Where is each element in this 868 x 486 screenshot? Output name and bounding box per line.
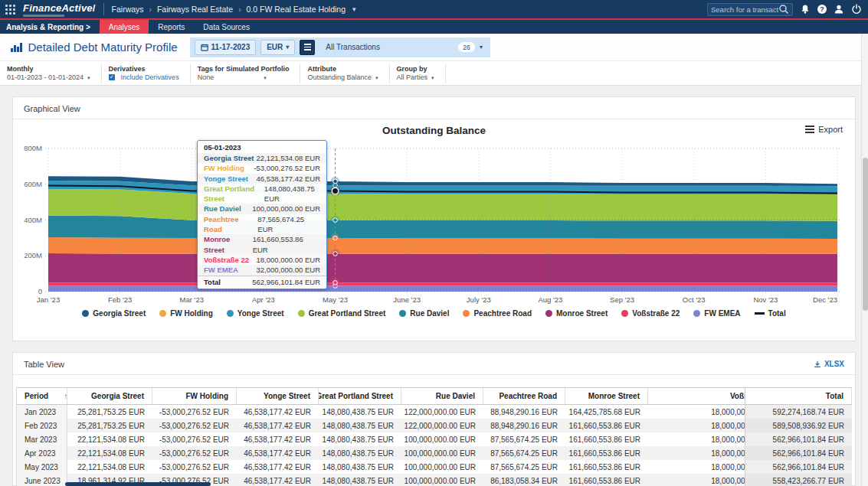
tooltip-series-name: Georgia Street — [204, 153, 254, 163]
power-icon[interactable] — [851, 4, 862, 15]
area-series-monroe-street[interactable] — [48, 253, 837, 282]
table-cell: 25,281,753.25 EUR — [67, 419, 152, 432]
list-icon — [304, 44, 311, 51]
column-header[interactable]: Period↑ — [17, 388, 67, 404]
date-picker-button[interactable]: 11-17-2023 — [195, 40, 257, 55]
column-header[interactable]: Yonge Street — [237, 388, 319, 404]
area-series-peachtree-road[interactable] — [48, 237, 837, 253]
filter-group-by[interactable]: Group byAll Parties▾ — [390, 64, 446, 83]
table-cell: Apr 2023 — [17, 446, 67, 460]
legend-item-peachtree-road[interactable]: Peachtree Road — [463, 309, 532, 318]
breadcrumb-item[interactable]: Fairways — [112, 5, 144, 14]
table-cell: 589,508,936.92 EUR — [745, 419, 852, 432]
legend-item-vo-stra-e-22[interactable]: Voßstraße 22 — [621, 309, 680, 318]
column-header[interactable]: Rue Daviel — [401, 388, 483, 404]
page-scrollbar[interactable] — [861, 20, 868, 486]
filter-tags-for-simulated-portfolio[interactable]: Tags for Simulated PortfolioNone▾ — [191, 64, 301, 83]
table-cell: 148,080,438.75 EUR — [319, 474, 401, 486]
tooltip-row: Voßstraße 2218,000,000.00 EUR — [198, 255, 326, 265]
app-grid-icon[interactable] — [0, 0, 20, 18]
column-header[interactable]: Great Portland Street — [319, 388, 401, 404]
legend-item-rue-daviel[interactable]: Rue Daviel — [399, 309, 449, 318]
legend-dot — [82, 310, 89, 317]
legend-item-fw-holding[interactable]: FW Holding — [159, 309, 213, 318]
tooltip-row: Great Portland Street148,080,438.75 EUR — [198, 184, 326, 204]
bar-chart-icon — [11, 43, 22, 52]
transaction-list-button[interactable] — [300, 40, 315, 55]
chart-legend: Georgia StreetFW HoldingYonge StreetGrea… — [13, 309, 855, 318]
help-icon[interactable]: ? — [817, 5, 827, 14]
tooltip-series-value: 100,000,000.00 EUR — [252, 204, 320, 214]
table-cell: 562,966,101.84 EUR — [745, 432, 852, 446]
tooltip-series-value: 161,660,553.86 EUR — [253, 234, 320, 255]
table-cell: 161,660,553.86 EUR — [565, 432, 648, 446]
y-axis-label: 400M — [24, 216, 42, 224]
table-cell: 562,966,101.84 EUR — [745, 446, 852, 460]
column-header[interactable]: FW Holding — [152, 388, 237, 404]
stacked-area-chart[interactable]: 0200M400M600M800MJan '23Feb '23Mar '23Ap… — [13, 137, 857, 307]
x-axis-label: Apr '23 — [252, 295, 275, 304]
legend-item-total[interactable]: Total — [755, 309, 786, 318]
scrollbar-thumb[interactable] — [863, 158, 868, 311]
breadcrumb-item[interactable]: Fairways Real Estate — [157, 5, 233, 14]
filter-derivatives[interactable]: Derivatives✓Include Derivatives — [102, 64, 191, 83]
filter-monthly[interactable]: Monthly01-01-2023 - 01-01-2024▾ — [0, 64, 102, 83]
table-cell: 87,565,674.25 EUR — [483, 432, 565, 446]
transactions-select[interactable]: All Transactions 26 ▾ — [319, 42, 486, 52]
calendar-icon — [201, 44, 208, 51]
legend-item-georgia-street[interactable]: Georgia Street — [82, 309, 146, 318]
column-header[interactable]: Monroe Street — [565, 388, 648, 404]
chevron-down-icon[interactable]: ▾ — [352, 5, 356, 13]
xlsx-download-button[interactable]: XLSX — [814, 360, 844, 368]
sub-nav: Analysis & Reporting > AnalysesReportsDa… — [0, 20, 868, 34]
series-marker[interactable] — [333, 252, 338, 256]
table-cell: 46,538,177.42 EUR — [237, 460, 319, 474]
x-axis-label: Jan '23 — [37, 295, 60, 304]
series-marker[interactable] — [333, 218, 338, 223]
table-horizontal-scrollbar-thumb[interactable] — [65, 482, 211, 486]
user-icon[interactable] — [834, 4, 844, 15]
series-marker[interactable] — [333, 179, 338, 184]
legend-item-fw-emea[interactable]: FW EMEA — [693, 309, 740, 318]
table-row: Jan 202325,281,753.25 EUR-53,000,276.52 … — [17, 405, 852, 419]
legend-item-monroe-street[interactable]: Monroe Street — [545, 309, 608, 318]
chevron-down-icon: ▾ — [264, 73, 267, 82]
series-marker[interactable] — [333, 281, 338, 285]
chevron-down-icon: ▾ — [480, 44, 483, 51]
table-cell: Jan 2023 — [17, 405, 67, 419]
tooltip-series-value: 87,565,674.25 EUR — [257, 214, 320, 235]
column-header[interactable]: Peachtree Road — [483, 388, 565, 404]
tooltip-series-name: Peachtree Road — [204, 214, 257, 235]
column-header[interactable]: Total — [745, 388, 852, 404]
legend-dot — [621, 310, 628, 317]
legend-item-yonge-street[interactable]: Yonge Street — [227, 309, 284, 318]
total-marker[interactable] — [332, 188, 338, 194]
y-axis-label: 800M — [24, 144, 42, 152]
logo: FinanceActive/ — [20, 2, 103, 17]
area-series-fw-emea[interactable] — [48, 286, 837, 292]
search-icon[interactable] — [778, 4, 789, 15]
column-header[interactable]: Georgia Street — [67, 388, 152, 404]
tooltip-series-value: 18,000,000.00 EUR — [257, 255, 320, 265]
tab-data-sources[interactable]: Data Sources — [194, 20, 259, 34]
tab-reports[interactable]: Reports — [149, 20, 194, 34]
export-button[interactable]: Export — [805, 125, 843, 134]
nav-section-analysis-reporting[interactable]: Analysis & Reporting > — [0, 20, 100, 34]
series-marker[interactable] — [333, 236, 338, 240]
filter-label: Attribute — [307, 65, 378, 73]
currency-select[interactable]: EUR▾ — [260, 40, 295, 55]
legend-item-great-portland-street[interactable]: Great Portland Street — [298, 309, 386, 318]
checkbox-checked-icon[interactable]: ✓ — [109, 74, 115, 80]
breadcrumb-item[interactable]: 0.0 FW Real Estate Holding — [246, 5, 346, 14]
chevron-down-icon: ▾ — [87, 73, 90, 82]
tooltip-row: Monroe Street161,660,553.86 EUR — [198, 234, 326, 255]
notifications-bell-icon[interactable] — [800, 4, 811, 15]
filter-attribute[interactable]: AttributeOutstanding Balance▾ — [300, 64, 389, 83]
table-cell: -53,000,276.52 EUR — [152, 432, 237, 446]
tab-analyses[interactable]: Analyses — [100, 20, 149, 34]
table-cell: 22,121,534.08 EUR — [67, 446, 152, 460]
chevron-down-icon: ▾ — [286, 44, 289, 51]
area-series-vo-stra-e-22[interactable] — [48, 282, 837, 285]
search-input[interactable] — [711, 5, 778, 14]
filter-label: Tags for Simulated Portfolio — [198, 65, 290, 73]
